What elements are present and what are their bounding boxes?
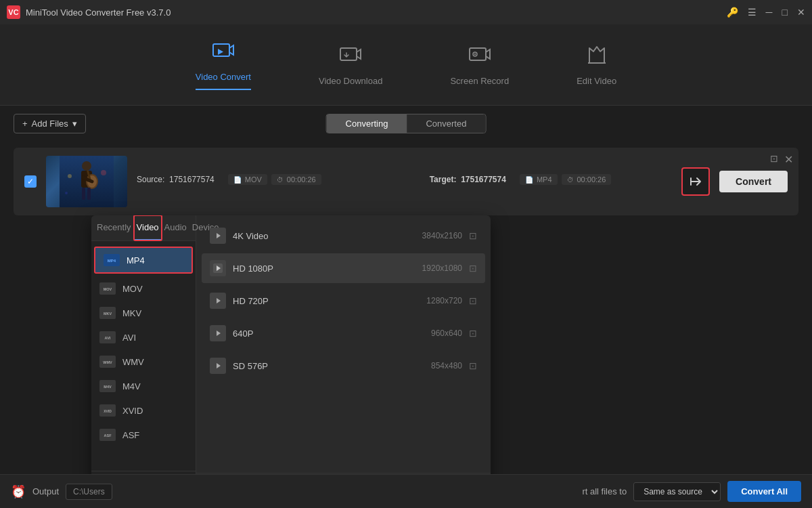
avi-icon: AVI [99,331,116,343]
file-item: ✓ [14,148,798,215]
quality-hd1080-play-icon [210,260,226,276]
format-list: MP4 MP4 MOV MOV MKV MKV [91,241,196,471]
quality-item-4k-left: 4K Video [210,228,269,244]
svg-text:XVID: XVID [104,409,112,413]
file-source-label: Source: 1751677574 [137,175,215,184]
quality-hd1080-name: HD 1080P [233,263,273,274]
format-label-avi: AVI [122,333,136,343]
quality-hd1080-edit-icon[interactable]: ⊡ [469,263,477,274]
svg-text:MOV: MOV [104,287,112,291]
quality-item-4k[interactable]: 4K Video 3840x2160 ⊡ [202,221,485,251]
screen-record-icon [468,44,491,72]
key-icon[interactable]: 🔑 [727,7,738,18]
wmv-icon: WMV [99,356,116,368]
target-change-button[interactable] [681,167,710,196]
popup-tab-recently[interactable]: Recently [94,215,134,240]
quality-640p-name: 640P [233,329,253,339]
quality-576p-name: SD 576P [233,361,268,371]
add-files-button[interactable]: + Add Files ▾ [14,114,86,133]
quality-item-576p[interactable]: SD 576P 854x480 ⊡ [202,351,485,381]
svg-text:MKV: MKV [104,312,112,316]
quality-hd720-play-icon [210,293,226,309]
svg-point-15 [68,174,72,178]
app-title: MiniTool Video Converter Free v3.7.0 [26,7,171,18]
quality-576p-edit-icon[interactable]: ⊡ [469,360,477,371]
output-label: Output [32,486,59,496]
minimize-icon[interactable]: ─ [766,7,773,18]
format-item-asf[interactable]: ASF ASF [91,423,196,447]
quality-640p-edit-icon[interactable]: ⊡ [469,328,477,339]
format-left-panel: Recently Video Audio Device MP4 MP4 MOV [91,215,196,474]
format-label-asf: ASF [122,430,139,440]
format-label-mov: MOV [122,284,143,294]
quality-item-hd1080[interactable]: HD 1080P 1920x1080 ⊡ [202,253,485,283]
file-thumbnail [46,156,127,207]
asf-icon: ASF [99,429,116,441]
svg-rect-2 [470,48,486,60]
add-files-label: Add Files [32,119,68,129]
quality-640p-res: 960x640 [431,329,462,338]
quality-4k-edit-icon[interactable]: ⊡ [469,230,477,241]
format-item-wmv[interactable]: WMV WMV [91,350,196,374]
svg-rect-14 [87,188,91,200]
app-logo: VC [7,5,20,19]
bottom-bar: ⏰ Output C:\Users rt all files to Same a… [0,474,812,508]
convert-all-button[interactable]: Convert All [727,481,801,502]
quality-hd720-res: 1280x720 [426,296,462,305]
add-icon: + [22,119,28,129]
quality-item-hd1080-left: HD 1080P [210,260,273,276]
svg-point-7 [82,161,91,171]
format-item-avi[interactable]: AVI AVI [91,325,196,350]
maximize-icon[interactable]: □ [782,7,788,18]
format-item-xvid[interactable]: XVID XVID [91,398,196,423]
target-duration-badge: ⏱ 00:00:26 [562,174,612,185]
nav-video-download[interactable]: Video Download [305,39,396,91]
svg-point-4 [474,53,476,54]
quality-list: 4K Video 3840x2160 ⊡ HD 1080P 1920x1080 … [196,215,491,473]
svg-rect-1 [340,48,357,60]
nav-video-convert[interactable]: Video Convert [182,35,265,96]
popup-tab-video[interactable]: Video [134,215,162,240]
file-close-icon[interactable]: ✕ [784,153,793,166]
svg-text:M4V: M4V [104,385,112,389]
convert-all-select[interactable]: Same as source [633,482,721,501]
format-item-mov[interactable]: MOV MOV [91,276,196,301]
toolbar: + Add Files ▾ Converting Converted [0,106,812,141]
mov-icon: MOV [99,282,116,295]
quality-item-640p[interactable]: 640P 960x640 ⊡ [202,318,485,348]
source-duration-badge: ⏱ 00:00:26 [271,174,321,185]
format-item-mp4[interactable]: MP4 MP4 [94,247,193,274]
quality-4k-play-icon [210,228,226,244]
svg-rect-0 [213,44,229,56]
file-checkbox[interactable]: ✓ [24,175,37,188]
mp4-icon: MP4 [104,254,120,266]
menu-icon[interactable]: ☰ [748,7,757,18]
file-edit-icon[interactable]: ⊡ [770,153,778,164]
format-label-mkv: MKV [122,308,141,318]
quality-item-hd720[interactable]: HD 720P 1280x720 ⊡ [202,286,485,316]
main-content: ✓ [0,141,812,474]
nav-edit-video[interactable]: Edit Video [563,39,630,91]
format-item-m4v[interactable]: M4V M4V [91,374,196,398]
target-format-badge: 📄 MP4 [520,174,558,185]
svg-text:ASF: ASF [104,433,112,438]
format-label-xvid: XVID [122,406,143,416]
quality-hd1080-res: 1920x1080 [422,263,462,273]
tab-converted[interactable]: Converted [407,114,485,133]
tab-converting[interactable]: Converting [327,114,407,133]
nav-video-download-label: Video Download [319,76,382,86]
tab-group: Converting Converted [326,114,487,133]
popup-tab-audio[interactable]: Audio [162,215,189,240]
quality-hd720-edit-icon[interactable]: ⊡ [469,295,477,306]
quality-640p-play-icon [210,325,226,341]
format-popup: Recently Video Audio Device MP4 MP4 MOV [91,215,491,474]
top-nav: Video Convert Video Download Screen Reco… [0,24,812,106]
convert-button[interactable]: Convert [719,171,788,192]
nav-screen-record-label: Screen Record [450,76,509,86]
video-download-icon [339,44,362,72]
format-item-mkv[interactable]: MKV MKV [91,301,196,325]
nav-screen-record[interactable]: Screen Record [436,39,522,91]
close-icon[interactable]: ✕ [797,7,805,18]
source-id: 1751677574 [169,175,215,184]
svg-point-16 [101,170,106,175]
